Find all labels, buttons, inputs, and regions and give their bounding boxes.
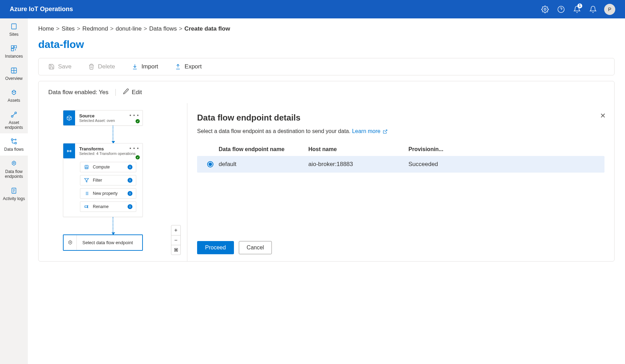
svg-rect-51 [175,249,176,250]
sidebar-sites[interactable]: Sites [0,18,28,40]
asset-endpoints-icon [10,111,18,118]
info-badge: i [128,191,132,196]
svg-point-35 [87,167,87,167]
sidebar-data-flow-endpoints[interactable]: Data flow endpoints [0,156,28,183]
import-button[interactable]: Import [132,63,158,70]
cell-provisioning: Succeeded [408,161,600,168]
export-button[interactable]: Export [175,63,202,70]
connector [49,126,177,143]
th-name: Data flow endpoint name [219,146,308,152]
endpoint-icon [64,235,77,250]
brand-title: Azure IoT Operations [10,6,540,13]
nav-label: Activity logs [3,196,25,201]
sidebar-data-flows[interactable]: Data flows [0,133,28,155]
svg-rect-8 [11,46,14,48]
command-bar: Save Delete Import Export [38,58,615,75]
import-icon [132,64,138,70]
compute-icon [84,164,89,170]
op-new-property[interactable]: New property i [80,188,136,199]
zoom-in-button[interactable]: + [171,225,180,235]
workspace-header: Data flow enabled: Yes Edit [39,81,614,103]
nav-label: Overview [5,76,23,81]
more-icon[interactable]: • • • [130,113,139,118]
save-button: Save [48,63,72,70]
dataflow-enabled-label: Data flow enabled: Yes [48,89,116,96]
alerts-icon[interactable] [588,5,598,14]
svg-point-37 [87,168,87,168]
source-subtitle: Selected Asset: oven [79,118,138,123]
instances-icon [10,44,18,52]
activity-logs-icon [10,187,18,195]
more-icon[interactable]: • • • [130,146,139,151]
op-filter[interactable]: Filter i [80,175,136,185]
sidebar-assets[interactable]: Assets [0,84,28,106]
svg-rect-3 [11,24,16,29]
svg-point-20 [13,162,14,163]
transforms-node[interactable]: • • • Transforms Selected: 4 Transform o… [63,143,143,217]
edit-button[interactable]: Edit [123,88,142,96]
svg-point-49 [70,242,71,243]
settings-icon[interactable] [540,5,550,14]
delete-icon [88,64,95,70]
sidebar-activity-logs[interactable]: Activity logs [0,183,28,205]
help-icon[interactable] [556,5,566,14]
rename-icon [84,204,89,209]
workspace-card: Data flow enabled: Yes Edit • • • Source [38,81,615,262]
save-icon [48,64,55,70]
user-avatar[interactable]: P [604,4,615,15]
info-badge: i [128,165,132,169]
panel-description: Select a data flow endpoint as a destina… [197,128,604,134]
radio-button[interactable] [207,161,213,167]
crumb-home[interactable]: Home [38,25,54,32]
svg-point-0 [544,8,546,10]
table-header: Data flow endpoint name Host name Provis… [197,143,604,156]
cube-icon [63,110,75,125]
destination-node[interactable]: Select data flow endpoint [63,234,143,251]
nav-label: Instances [5,54,23,59]
svg-point-11 [15,50,16,50]
source-node[interactable]: • • • Source Selected Asset: oven [63,110,143,126]
svg-point-19 [15,139,16,140]
info-badge: i [128,178,132,183]
close-icon[interactable]: ✕ [600,111,606,120]
cancel-button[interactable]: Cancel [239,241,272,254]
crumb-sites[interactable]: Sites [62,25,75,32]
notifications-icon[interactable]: 1 [572,5,582,14]
export-icon [175,64,181,70]
op-compute[interactable]: Compute i [80,162,136,172]
sidebar-asset-endpoints[interactable]: Asset endpoints [0,107,28,134]
transforms-subtitle: Selected: 4 Transform operations [79,151,138,156]
destination-label: Select data flow endpoint [77,235,142,250]
learn-more-link[interactable]: Learn more [352,128,388,134]
sites-icon [10,23,18,30]
left-nav: Sites Instances Overview Assets Asset en… [0,18,28,364]
svg-rect-29 [67,150,68,152]
zoom-out-button[interactable]: − [171,235,180,245]
cell-host: aio-broker:18883 [308,161,408,168]
crumb-section[interactable]: Data flows [149,25,177,32]
transforms-icon [63,143,75,158]
main-content: Home> Sites> Redmond> donut-line> Data f… [28,18,625,364]
nav-label: Data flow endpoints [1,169,26,179]
crumb-instance[interactable]: donut-line [116,25,142,32]
notification-badge: 1 [577,3,582,8]
svg-rect-9 [14,46,17,48]
svg-rect-32 [85,165,88,169]
svg-point-1 [558,6,564,12]
panel-title: Data flow endpoint details [197,113,604,123]
topbar-actions: 1 P [540,4,615,15]
list-icon [84,191,89,196]
svg-rect-10 [11,49,14,51]
connector [49,217,177,234]
op-rename[interactable]: Rename i [80,201,136,212]
overview-icon [10,67,18,74]
proceed-button[interactable]: Proceed [197,241,234,254]
sidebar-overview[interactable]: Overview [0,63,28,84]
check-icon [136,155,140,159]
zoom-fit-button[interactable] [171,245,180,255]
crumb-site[interactable]: Redmond [82,25,108,32]
sidebar-instances[interactable]: Instances [0,40,28,62]
svg-marker-38 [84,179,89,182]
flow-canvas: • • • Source Selected Asset: oven • • [39,103,187,261]
table-row[interactable]: default aio-broker:18883 Succeeded [197,156,604,173]
